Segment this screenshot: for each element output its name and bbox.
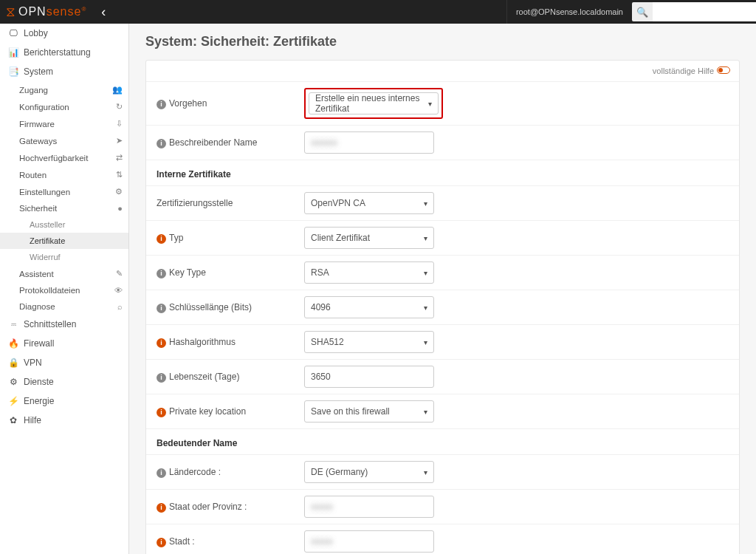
section-bedeutender-name: Bedeutender Name: [146, 429, 739, 455]
sidebar-sub-sicherheit[interactable]: Sicherheit●: [0, 200, 128, 216]
sidebar-item-firewall[interactable]: 🔥Firewall: [0, 334, 128, 353]
info-icon: i: [157, 408, 166, 417]
sidebar-sub-aussteller[interactable]: Aussteller: [0, 216, 128, 233]
select-ca[interactable]: OpenVPN CA▾: [304, 192, 434, 214]
select-land[interactable]: DE (Germany)▾: [304, 461, 434, 483]
caret-down-icon: ▾: [424, 468, 427, 476]
sidebar-sub-firmware[interactable]: Firmware⇩: [0, 115, 128, 132]
caret-down-icon: ▾: [424, 338, 427, 346]
form-panel: vollständige Hilfe iVorgehen Erstelle ei…: [145, 60, 740, 554]
caret-down-icon: ▾: [424, 199, 427, 208]
sidebar-sub-protokolldateien[interactable]: Protokolldateien👁: [0, 282, 128, 298]
sidebar-sub-hochverfuegbarkeit[interactable]: Hochverfügbarkeit⇄: [0, 149, 128, 166]
info-icon: i: [157, 304, 166, 313]
select-typ[interactable]: Client Zertifikat▾: [304, 227, 434, 249]
route-icon: ⇅: [116, 170, 123, 179]
sidebar-sub-gateways[interactable]: Gateways➤: [0, 132, 128, 149]
search-icon[interactable]: 🔍: [632, 2, 653, 21]
sliders-icon: ⚙: [115, 187, 123, 196]
label-vorgehen: iVorgehen: [146, 82, 294, 126]
select-hash[interactable]: SHA512▾: [304, 331, 434, 353]
caret-down-icon: ▾: [424, 408, 427, 416]
bolt-icon: ⚡: [7, 396, 19, 406]
main-content: System: Sicherheit: Zertifikate vollstän…: [129, 24, 756, 554]
sidebar-item-vpn[interactable]: 🔒VPN: [0, 353, 128, 372]
label-staat: iStaat oder Provinz :: [146, 490, 294, 524]
sidebar-item-lobby[interactable]: 🖵Lobby: [0, 24, 128, 43]
label-pkl: iPrivate key location: [146, 394, 294, 429]
sidebar-sub-widerruf[interactable]: Widerruf: [0, 249, 128, 265]
life-ring-icon: ✿: [7, 415, 19, 425]
sidebar-item-berichterstattung[interactable]: 📊Berichterstattung: [0, 43, 128, 62]
sidebar-sub-zertifikate[interactable]: Zertifikate: [0, 233, 128, 249]
input-staat[interactable]: xxxxx: [304, 496, 434, 518]
label-ca: Zertifizierungsstelle: [146, 186, 294, 221]
full-help-toggle[interactable]: vollständige Hilfe: [146, 61, 739, 81]
caret-down-icon: ▾: [428, 100, 432, 108]
info-icon: i: [157, 503, 166, 513]
fire-icon: 🔥: [7, 338, 19, 349]
history-icon: ↻: [116, 102, 123, 112]
eye-icon: 👁: [114, 286, 123, 295]
sidebar-item-schnittstellen[interactable]: ⎓Schnittstellen: [0, 315, 128, 334]
select-pkl[interactable]: Save on this firewall▾: [304, 400, 434, 423]
dashboard-icon: ⌕: [117, 302, 123, 311]
label-keytype: iKey Type: [146, 256, 294, 290]
input-beschreibender-name[interactable]: xxxxxx: [304, 131, 434, 154]
section-interne-zertifikate: Interne Zertifikate: [146, 160, 739, 186]
input-stadt[interactable]: xxxxx: [304, 530, 434, 553]
label-typ: iTyp: [146, 221, 294, 256]
gear-icon: ⚙: [7, 377, 19, 387]
sidebar-sub-einstellungen[interactable]: Einstellungen⚙: [0, 183, 128, 200]
caret-down-icon: ▾: [424, 234, 427, 242]
chart-icon: 📊: [7, 47, 19, 58]
plug-icon: ⎓: [7, 319, 19, 329]
select-vorgehen[interactable]: Erstelle ein neues internes Zertifikat▾: [309, 92, 439, 114]
brand-text: OPNsense®: [18, 5, 86, 18]
sidebar-toggle-icon[interactable]: ‹: [101, 4, 106, 20]
label-lifetime: iLebenszeit (Tage): [146, 360, 294, 394]
logo[interactable]: ⧖ OPNsense®: [6, 4, 86, 20]
gears-icon: 📑: [7, 66, 19, 77]
location-icon: ➤: [116, 136, 123, 146]
label-land: iLändercode :: [146, 455, 294, 490]
sidebar-sub-zugang[interactable]: Zugang👥: [0, 81, 128, 98]
caret-down-icon: ▾: [424, 269, 427, 277]
select-keytype[interactable]: RSA▾: [304, 261, 434, 284]
dot-icon: ●: [117, 204, 123, 213]
search-input[interactable]: [653, 2, 756, 21]
info-icon: i: [157, 468, 166, 478]
label-stadt: iStadt :: [146, 524, 294, 555]
wand-icon: ✎: [116, 269, 123, 278]
info-icon: i: [157, 338, 166, 348]
topbar: ⧖ OPNsense® ‹ root@OPNsense.localdomain …: [0, 0, 756, 24]
sidebar-item-hilfe[interactable]: ✿Hilfe: [0, 411, 128, 430]
highlight-vorgehen: Erstelle ein neues internes Zertifikat▾: [304, 88, 443, 119]
sidebar-item-system[interactable]: 📑System: [0, 62, 128, 81]
refresh-icon: ⇄: [116, 153, 123, 163]
info-icon: i: [157, 234, 166, 244]
user-info[interactable]: root@OPNsense.localdomain: [506, 0, 632, 24]
page-title: System: Sicherheit: Zertifikate: [129, 24, 756, 60]
lock-icon: 🔒: [7, 358, 19, 368]
info-icon: i: [157, 139, 166, 148]
label-keylen: iSchlüssellänge (Bits): [146, 290, 294, 325]
sidebar-sub-diagnose[interactable]: Diagnose⌕: [0, 298, 128, 315]
select-keylen[interactable]: 4096▾: [304, 296, 434, 318]
sidebar-sub-routen[interactable]: Routen⇅: [0, 166, 128, 183]
input-lifetime[interactable]: 3650: [304, 366, 434, 388]
monitor-icon: 🖵: [7, 28, 19, 38]
sidebar: 🖵Lobby 📊Berichterstattung 📑System Zugang…: [0, 24, 129, 554]
sidebar-item-energie[interactable]: ⚡Energie: [0, 391, 128, 411]
info-icon: i: [157, 269, 166, 278]
users-icon: 👥: [112, 85, 123, 95]
sidebar-sub-assistent[interactable]: Assistent✎: [0, 265, 128, 282]
label-hash: iHashalgorithmus: [146, 325, 294, 360]
toggle-icon[interactable]: [717, 66, 730, 74]
sidebar-item-dienste[interactable]: ⚙Dienste: [0, 372, 128, 391]
info-icon: i: [157, 373, 166, 383]
label-beschreibender-name: iBeschreibender Name: [146, 126, 294, 160]
caret-down-icon: ▾: [424, 304, 427, 312]
sidebar-sub-konfiguration[interactable]: Konfiguration↻: [0, 98, 128, 115]
info-icon: i: [157, 100, 166, 109]
